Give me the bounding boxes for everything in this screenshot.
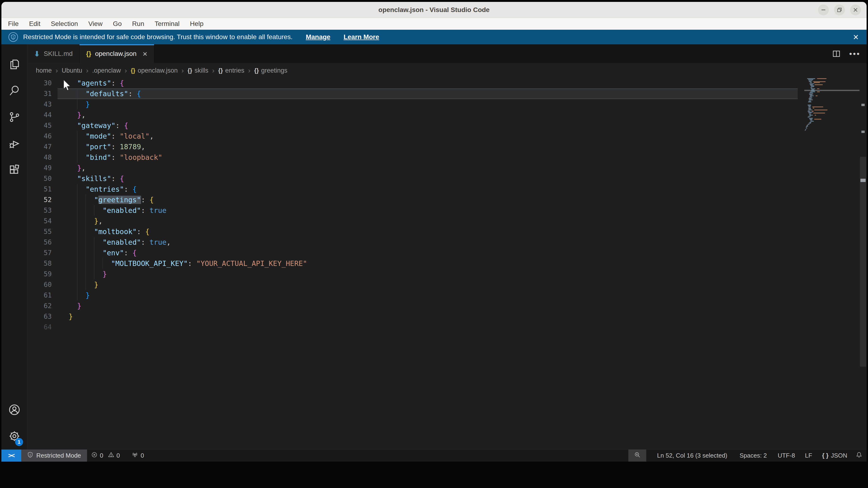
code-line-62[interactable]: 62} (27, 300, 803, 311)
close-button[interactable] (850, 4, 861, 15)
accounts-icon[interactable] (1, 396, 27, 423)
breadcrumb-item-openclaw-json[interactable]: {}openclaw.json (131, 67, 178, 74)
code-line-51[interactable]: 51"entries": { (27, 184, 803, 195)
menu-item-go[interactable]: Go (108, 18, 127, 30)
indent (69, 280, 77, 290)
code-line-30[interactable]: 30"agents": { (27, 78, 803, 88)
search-icon[interactable] (1, 77, 27, 104)
breadcrumb-item-skills[interactable]: {}skills (187, 67, 208, 74)
indent-guide (77, 131, 86, 141)
token: : (124, 249, 132, 257)
token: "YOUR_ACTUAL_API_KEY_HERE" (196, 259, 307, 267)
learn-more-link[interactable]: Learn More (344, 33, 379, 41)
token: , (81, 164, 86, 172)
menu-item-view[interactable]: View (83, 18, 108, 30)
code-line-49[interactable]: 49}, (27, 163, 803, 173)
token: true (150, 238, 166, 247)
eol-status[interactable]: LF (801, 450, 816, 462)
indent-guide (77, 269, 86, 280)
encoding-status[interactable]: UTF-8 (773, 450, 799, 462)
remote-indicator[interactable]: >< (1, 450, 21, 462)
menu-item-run[interactable]: Run (127, 18, 149, 30)
breadcrumb-item-entries[interactable]: {}entries (218, 67, 244, 74)
language-mode-status[interactable]: { } JSON (818, 450, 851, 462)
minimap-code-mark (810, 85, 814, 86)
token: "mode" (86, 132, 111, 140)
more-actions-icon[interactable]: ••• (849, 49, 861, 59)
overview-ruler[interactable] (860, 78, 867, 449)
token: { (150, 196, 154, 204)
code-line-56[interactable]: 56"enabled": true, (27, 237, 803, 248)
tab-skill-md[interactable]: ⬇ SKILL.md (27, 44, 80, 63)
settings-gear-icon[interactable]: 1 (1, 423, 27, 449)
menu-item-edit[interactable]: Edit (24, 18, 45, 30)
manage-link[interactable]: Manage (306, 33, 330, 41)
code-line-46[interactable]: 46"mode": "local", (27, 131, 803, 141)
json-icon: {} (86, 50, 91, 58)
code-line-54[interactable]: 54}, (27, 216, 803, 226)
restore-button[interactable] (834, 4, 845, 15)
indentation-status[interactable]: Spaces: 2 (736, 450, 771, 462)
code-line-61[interactable]: 61} (27, 290, 803, 300)
breadcrumb-item-ubuntu[interactable]: Ubuntu (62, 67, 82, 74)
restricted-mode-status[interactable]: Restricted Mode (21, 450, 87, 462)
indent (69, 290, 77, 300)
menu-item-terminal[interactable]: Terminal (149, 18, 185, 30)
ports-status[interactable]: 0 (127, 450, 148, 462)
scrollbar-thumb[interactable] (860, 157, 866, 366)
run-debug-icon[interactable] (1, 130, 27, 157)
breadcrumb-item-home[interactable]: home (36, 67, 52, 74)
source-control-icon[interactable] (1, 104, 27, 130)
code-line-59[interactable]: 59} (27, 269, 803, 280)
code-line-47[interactable]: 47"port": 18789, (27, 141, 803, 152)
code-line-45[interactable]: 45"gateway": { (27, 120, 803, 131)
token: : (128, 90, 137, 98)
code-line-53[interactable]: 53"enabled": true (27, 205, 803, 216)
indent (69, 258, 77, 269)
split-editor-icon[interactable] (832, 49, 841, 59)
extensions-icon[interactable] (1, 157, 27, 183)
minimap-code-mark (810, 120, 812, 121)
cursor-position[interactable]: Ln 52, Col 16 (3 selected) (653, 450, 732, 462)
tab-openclaw-json[interactable]: {} openclaw.json × (80, 44, 154, 63)
breadcrumb-item--openclaw[interactable]: .openclaw (92, 67, 121, 74)
problems-status[interactable]: 0 0 (87, 450, 124, 462)
menu-item-selection[interactable]: Selection (45, 18, 83, 30)
token: true (150, 206, 166, 215)
magnifier-plus-icon (634, 451, 641, 460)
restricted-mode-label: Restricted Mode (36, 452, 81, 459)
chevron-right-icon: › (86, 66, 88, 74)
indent-guide (102, 258, 111, 269)
editor[interactable]: 30"agents": {31"defaults": {43}44},45"ga… (27, 78, 867, 449)
code-line-52[interactable]: 52"greetings": { (27, 195, 803, 205)
code-area[interactable]: 30"agents": {31"defaults": {43}44},45"ga… (27, 78, 803, 449)
code-line-43[interactable]: 43} (27, 99, 803, 110)
notifications-bell[interactable] (851, 450, 867, 462)
code-line-60[interactable]: 60} (27, 280, 803, 290)
zoom-status[interactable] (628, 450, 646, 462)
explorer-icon[interactable] (1, 51, 27, 77)
code-line-44[interactable]: 44}, (27, 110, 803, 120)
minimize-button[interactable] (818, 4, 829, 15)
code-line-58[interactable]: 58"MOLTBOOK_API_KEY": "YOUR_ACTUAL_API_K… (27, 258, 803, 269)
code-line-57[interactable]: 57"env": { (27, 248, 803, 258)
token: "moltbook" (94, 228, 137, 236)
code-line-64[interactable]: 64 (27, 322, 803, 332)
code-line-55[interactable]: 55"moltbook": { (27, 226, 803, 237)
code-text: }, (69, 163, 86, 173)
code-line-63[interactable]: 63} (27, 311, 803, 322)
code-text: "mode": "local", (69, 131, 154, 141)
tab-close-icon[interactable]: × (143, 49, 148, 59)
menu-bar: FileEditSelectionViewGoRunTerminalHelp (1, 18, 867, 30)
code-line-50[interactable]: 50"skills": { (27, 173, 803, 184)
token: "bind" (86, 153, 111, 161)
code-text: } (69, 290, 90, 300)
code-line-48[interactable]: 48"bind": "loopback" (27, 152, 803, 163)
menu-item-help[interactable]: Help (185, 18, 209, 30)
breadcrumb-item-greetings[interactable]: {}greetings (254, 67, 287, 74)
indent-guide (94, 248, 102, 258)
minimap[interactable] (803, 78, 860, 449)
menu-item-file[interactable]: File (3, 18, 24, 30)
code-line-31[interactable]: 31"defaults": { (27, 88, 803, 99)
banner-close-icon[interactable]: × (853, 32, 859, 42)
